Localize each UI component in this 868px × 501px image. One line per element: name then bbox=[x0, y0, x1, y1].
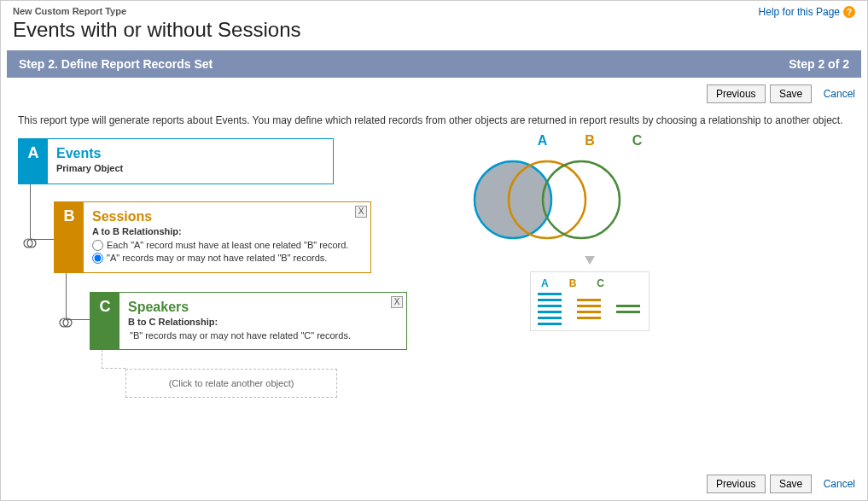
object-box-b: B Sessions A to B Relationship: Each "A"… bbox=[54, 201, 371, 273]
result-box: A B C bbox=[530, 271, 650, 331]
breadcrumb: New Custom Report Type bbox=[13, 6, 855, 16]
intro-text: This report type will generate reports a… bbox=[1, 110, 867, 138]
box-c-desc-text: "B" records may or may not have related … bbox=[130, 330, 351, 341]
result-head-b: B bbox=[569, 277, 577, 289]
relationship-icon-bc bbox=[59, 316, 73, 329]
box-b-title: Sessions bbox=[92, 209, 362, 224]
close-box-c[interactable]: X bbox=[391, 296, 403, 308]
box-c-sub: B to C Relationship: bbox=[128, 317, 398, 327]
venn-label-b: B bbox=[585, 133, 595, 149]
arrow-down-icon bbox=[585, 256, 595, 265]
help-icon: ? bbox=[843, 6, 855, 18]
box-a-title: Events bbox=[56, 146, 324, 161]
box-b-sub: A to B Relationship: bbox=[92, 226, 362, 236]
object-box-a: A Events Primary Object bbox=[18, 138, 334, 184]
b-option-each-text: Each "A" record must have at least one r… bbox=[107, 240, 348, 250]
previous-button[interactable]: Previous bbox=[707, 84, 766, 103]
svg-point-6 bbox=[543, 161, 620, 238]
box-a-sub: Primary Object bbox=[56, 163, 324, 173]
venn-svg bbox=[462, 149, 632, 251]
object-tree: A Events Primary Object B Sessions A to … bbox=[18, 138, 428, 398]
box-b-label: B bbox=[55, 202, 84, 272]
step-bar: Step 2. Define Report Records Set Step 2… bbox=[7, 50, 861, 78]
save-button-bottom[interactable]: Save bbox=[770, 475, 812, 493]
save-button[interactable]: Save bbox=[770, 84, 812, 103]
help-text: Help for this Page bbox=[759, 6, 840, 18]
box-a-label: A bbox=[19, 139, 48, 184]
result-head-c: C bbox=[597, 277, 604, 289]
close-box-b[interactable]: X bbox=[355, 206, 367, 218]
box-c-desc: "B" records may or may not have related … bbox=[130, 330, 398, 341]
b-option-may-text: "A" records may or may not have related … bbox=[107, 253, 327, 263]
relationship-icon-ab bbox=[23, 236, 37, 250]
b-option-each[interactable]: Each "A" record must have at least one r… bbox=[92, 240, 362, 251]
object-box-c: C Speakers B to C Relationship: "B" reco… bbox=[90, 292, 407, 350]
box-c-label: C bbox=[90, 293, 119, 349]
cancel-link-bottom[interactable]: Cancel bbox=[824, 478, 855, 490]
venn-label-c: C bbox=[632, 133, 643, 149]
add-object-box[interactable]: (Click to relate another object) bbox=[125, 369, 337, 398]
radio-b-each[interactable] bbox=[92, 240, 103, 251]
cancel-link[interactable]: Cancel bbox=[824, 88, 855, 100]
venn-diagram: A B C A B C bbox=[462, 138, 718, 398]
radio-b-may[interactable] bbox=[92, 253, 103, 264]
box-c-title: Speakers bbox=[128, 300, 398, 315]
svg-point-4 bbox=[475, 161, 551, 238]
step-title: Step 2. Define Report Records Set bbox=[19, 57, 213, 71]
page-title: Events with or without Sessions bbox=[13, 18, 855, 42]
venn-label-a: A bbox=[538, 133, 548, 149]
help-link[interactable]: Help for this Page ? bbox=[759, 6, 855, 18]
b-option-mayormaynot[interactable]: "A" records may or may not have related … bbox=[92, 253, 362, 264]
previous-button-bottom[interactable]: Previous bbox=[707, 475, 766, 493]
step-count: Step 2 of 2 bbox=[789, 57, 849, 71]
result-head-a: A bbox=[541, 277, 549, 289]
